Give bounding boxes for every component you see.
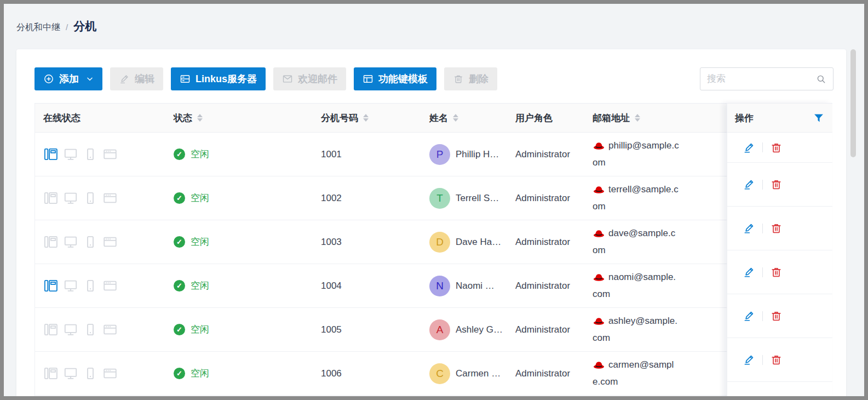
email-cell: naomi@sample.com bbox=[587, 264, 727, 307]
web-client-icon bbox=[102, 367, 118, 380]
online-status-cell bbox=[35, 352, 165, 395]
extension-number-cell: 1003 bbox=[313, 220, 425, 264]
operations-body bbox=[727, 133, 832, 382]
online-status-cell bbox=[35, 264, 165, 307]
search-icon[interactable] bbox=[816, 74, 826, 84]
user-role-cell: Administrator bbox=[510, 133, 587, 176]
mail-icon bbox=[282, 73, 293, 84]
add-button[interactable]: 添加 bbox=[35, 67, 102, 90]
extension-number-cell: 1004 bbox=[313, 264, 425, 307]
trash-icon[interactable] bbox=[770, 222, 783, 235]
pencil-icon bbox=[119, 73, 130, 84]
mobile-icon bbox=[83, 235, 98, 249]
deskphone-icon bbox=[43, 191, 59, 205]
email-cell: terrell@sample.com bbox=[587, 176, 727, 220]
email-block: terrell@sample.com bbox=[593, 182, 679, 214]
trash-icon[interactable] bbox=[770, 353, 783, 366]
web-client-icon bbox=[102, 191, 118, 205]
device-status-icons bbox=[43, 147, 118, 161]
edit-pencil-icon[interactable] bbox=[743, 266, 755, 278]
status-text: 空闲 bbox=[191, 279, 209, 292]
email-block: carmen@sample.com bbox=[593, 357, 679, 390]
table-row[interactable]: ✓ 空闲 1001 P Phillip H… Administrator phi… bbox=[35, 133, 832, 176]
email-cell: dave@sample.com bbox=[587, 220, 727, 264]
table-row[interactable]: ✓ 空闲 1004 N Naomi … Administrator naomi@… bbox=[35, 264, 832, 308]
breadcrumb-separator: / bbox=[66, 22, 68, 32]
divider bbox=[762, 355, 763, 365]
linkus-server-button[interactable]: Linkus服务器 bbox=[171, 67, 266, 90]
name-cell: P Phillip H… bbox=[425, 133, 510, 176]
user-name: Dave Ha… bbox=[456, 237, 501, 248]
red-hat-icon bbox=[593, 184, 605, 199]
column-header-status[interactable]: 状态 bbox=[165, 104, 313, 132]
trash-icon[interactable] bbox=[770, 141, 783, 154]
edit-pencil-icon[interactable] bbox=[743, 310, 755, 322]
table-row[interactable]: ✓ 空闲 1003 D Dave Ha… Administrator dave@… bbox=[35, 220, 832, 264]
divider bbox=[762, 224, 763, 233]
status-cell: ✓ 空闲 bbox=[165, 220, 313, 264]
table-row[interactable]: ✓ 空闲 1005 A Ashley G… Administrator ashl… bbox=[35, 308, 832, 352]
user-role: Administrator bbox=[515, 237, 570, 248]
mobile-icon bbox=[83, 279, 98, 293]
scrollbar-thumb[interactable] bbox=[850, 49, 856, 157]
column-header-name[interactable]: 姓名 bbox=[425, 104, 510, 132]
status-cell: ✓ 空闲 bbox=[165, 133, 313, 176]
edit-pencil-icon[interactable] bbox=[743, 141, 755, 154]
name-cell: N Naomi … bbox=[425, 264, 510, 307]
column-header-email[interactable]: 邮箱地址 bbox=[587, 104, 727, 132]
email-address: ashley@sample.com bbox=[593, 316, 677, 343]
red-hat-icon bbox=[593, 140, 605, 155]
red-hat-icon bbox=[593, 271, 605, 287]
email-block: dave@sample.com bbox=[593, 226, 679, 258]
welcome-email-button[interactable]: 欢迎邮件 bbox=[273, 67, 346, 90]
red-hat-icon bbox=[593, 315, 605, 330]
column-label: 操作 bbox=[735, 112, 754, 124]
web-client-icon bbox=[102, 323, 118, 336]
email-block: phillip@sample.com bbox=[593, 138, 679, 170]
edit-pencil-icon[interactable] bbox=[743, 353, 755, 366]
operations-row bbox=[727, 163, 832, 207]
edit-button[interactable]: 编辑 bbox=[110, 67, 163, 90]
search-input[interactable] bbox=[707, 73, 816, 84]
column-header-extension-number[interactable]: 分机号码 bbox=[313, 104, 425, 132]
sort-caret-icon bbox=[197, 114, 203, 122]
device-status-icons bbox=[43, 367, 118, 380]
status-idle-check-icon: ✓ bbox=[174, 324, 185, 335]
extension-number-cell: 1005 bbox=[313, 308, 425, 351]
desktop-icon bbox=[63, 279, 78, 293]
breadcrumb-parent[interactable]: 分机和中继 bbox=[16, 22, 60, 33]
email-cell: phillip@sample.com bbox=[587, 133, 727, 176]
device-status-icons bbox=[43, 279, 118, 293]
red-hat-icon bbox=[593, 227, 605, 243]
email-cell: ashley@sample.com bbox=[587, 308, 727, 351]
divider bbox=[762, 311, 763, 321]
mobile-icon bbox=[83, 367, 98, 380]
name-cell: A Ashley G… bbox=[425, 308, 510, 351]
user-role: Administrator bbox=[515, 149, 570, 160]
filter-funnel-icon[interactable] bbox=[813, 112, 824, 124]
trash-icon[interactable] bbox=[770, 310, 783, 322]
user-role-cell: Administrator bbox=[510, 176, 587, 220]
table-row[interactable]: ✓ 空闲 1002 T Terrell S… Administrator ter… bbox=[35, 176, 832, 220]
desktop-icon bbox=[63, 191, 78, 205]
delete-button[interactable]: 删除 bbox=[444, 67, 497, 90]
name-cell: T Terrell S… bbox=[425, 176, 510, 220]
user-name: Ashley G… bbox=[456, 324, 503, 335]
divider bbox=[762, 267, 763, 277]
edit-pencil-icon[interactable] bbox=[743, 178, 755, 191]
online-status-cell bbox=[35, 133, 165, 176]
user-role: Administrator bbox=[515, 324, 570, 335]
app-window: 分机和中继 / 分机 添加 编辑 bbox=[0, 0, 868, 400]
trash-icon[interactable] bbox=[770, 178, 783, 191]
extension-number: 1005 bbox=[321, 324, 342, 335]
column-label: 分机号码 bbox=[321, 112, 358, 124]
toolbar: 添加 编辑 Linkus服务器 bbox=[35, 67, 497, 90]
user-role-cell: Administrator bbox=[510, 308, 587, 351]
function-key-template-button[interactable]: 功能键模板 bbox=[354, 67, 436, 90]
column-header-online-status: 在线状态 bbox=[35, 104, 165, 132]
sort-caret-icon bbox=[635, 114, 640, 122]
edit-pencil-icon[interactable] bbox=[743, 222, 755, 235]
email-address: phillip@sample.com bbox=[593, 140, 679, 168]
table-row[interactable]: ✓ 空闲 1006 C Carmen … Administrator carme… bbox=[35, 352, 832, 396]
trash-icon[interactable] bbox=[770, 266, 783, 278]
